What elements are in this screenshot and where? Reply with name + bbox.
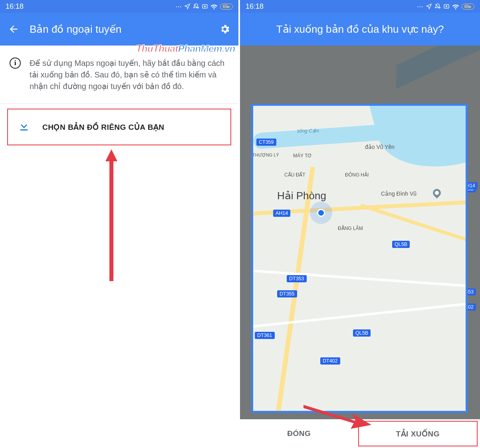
download-icon <box>18 120 30 134</box>
wifi-icon <box>452 3 459 10</box>
route-shield: CT359 <box>256 139 276 146</box>
status-icons: ⋯ 65▸ <box>175 3 233 10</box>
status-icons: ⋯ 65▸ <box>417 3 474 10</box>
current-location-dot <box>317 209 325 217</box>
status-time: 16:18 <box>246 2 264 11</box>
route-shield: DT361 <box>255 332 275 339</box>
more-icon: ⋯ <box>417 3 423 10</box>
close-button[interactable]: ĐÓNG <box>240 419 358 448</box>
dnd-icon <box>193 3 199 10</box>
poi-label: Cảng Đình Vũ <box>381 190 417 197</box>
page-title: Tải xuống bản đồ của khu vực này? <box>247 23 473 36</box>
battery-indicator: 65▸ <box>462 4 474 10</box>
route-shield: DT402 <box>320 357 340 365</box>
map-label: THƯỢNG LÝ <box>252 153 279 158</box>
route-shield: DT355 <box>277 290 297 297</box>
close-box-icon <box>202 3 208 10</box>
screen-offline-maps: 16:18 ⋯ 65▸ Bản đồ ngoại tuyến <box>0 0 240 448</box>
map-label: ĐẰNG LÂM <box>338 226 363 231</box>
select-own-map-label: CHỌN BẢN ĐỒ RIÊNG CỦA BẠN <box>42 123 165 132</box>
annotation-arrow-up <box>105 149 117 281</box>
status-bar: 16:18 ⋯ 65▸ <box>0 0 238 13</box>
route-shield: DT353 <box>287 275 307 282</box>
status-bar: 16:18 ⋯ 65▸ <box>240 0 480 13</box>
battery-indicator: 65▸ <box>220 4 233 10</box>
map-viewport[interactable]: QL5B AH14 DT353 DT402 HL404 Hải Phòng đả… <box>240 46 480 448</box>
route-shield: QL5B <box>392 241 410 248</box>
select-own-map-button[interactable]: CHỌN BẢN ĐỒ RIÊNG CỦA BẠN <box>7 109 231 145</box>
map-selection-frame[interactable]: Hải Phòng đảo Vũ Yên MÁY TƠ THƯỢNG LÝ CẦ… <box>251 104 468 413</box>
map-label: CẦU ĐẤT <box>284 172 305 178</box>
settings-gear-icon[interactable] <box>218 23 231 36</box>
route-shield: AH14 <box>273 210 290 217</box>
info-text: Để sử dụng Maps ngoại tuyến, hãy bắt đầu… <box>30 57 229 92</box>
wifi-icon <box>210 3 218 10</box>
poi-pin-icon <box>431 187 442 198</box>
map-label: ĐÔNG HẢI <box>345 172 369 178</box>
location-icon <box>426 3 432 10</box>
app-bar: Bản đồ ngoại tuyến <box>0 13 238 46</box>
location-icon <box>184 3 190 10</box>
info-icon: i <box>10 57 21 69</box>
map-label: MÁY TƠ <box>293 153 312 159</box>
dnd-icon <box>434 3 441 10</box>
download-button[interactable]: TẢI XUỐNG <box>358 421 478 446</box>
route-shield: QL5B <box>353 329 371 337</box>
more-icon: ⋯ <box>175 3 182 10</box>
status-time: 16:18 <box>6 2 24 11</box>
city-label: Hải Phòng <box>277 190 326 202</box>
map-label-river: sông Cấm <box>297 128 319 134</box>
bottom-action-bar: ĐÓNG TẢI XUỐNG <box>240 419 480 448</box>
app-bar: Tải xuống bản đồ của khu vực này? <box>240 13 480 46</box>
back-arrow-icon[interactable] <box>7 23 20 36</box>
info-row: i Để sử dụng Maps ngoại tuyến, hãy bắt đ… <box>0 46 238 104</box>
map-label: đảo Vũ Yên <box>365 144 395 150</box>
page-title: Bản đồ ngoại tuyến <box>30 23 209 36</box>
screen-download-area: 16:18 ⋯ 65▸ Tải xuống bản đồ của khu vực… <box>240 0 480 448</box>
close-box-icon <box>443 3 450 10</box>
